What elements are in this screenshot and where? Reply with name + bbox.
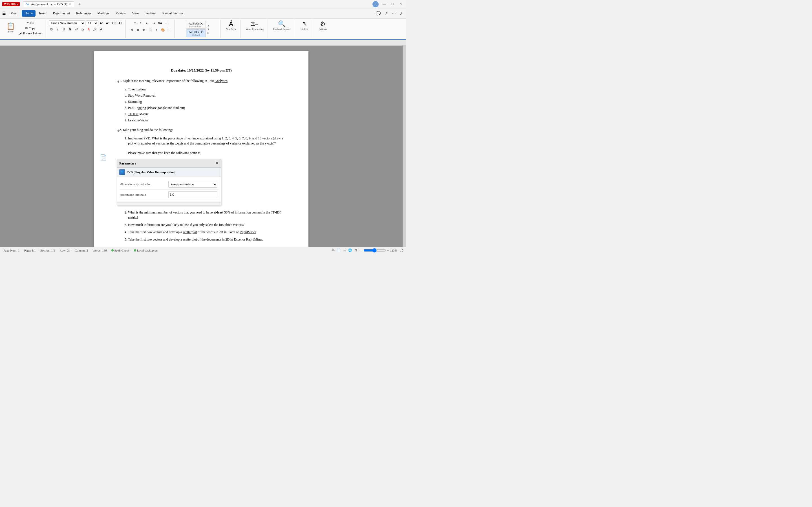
- more-icon[interactable]: ⋯: [391, 10, 397, 17]
- font-size-select[interactable]: 11 12 14: [86, 20, 98, 26]
- q2-list-continued: What is the minimum number of vectors th…: [117, 210, 286, 242]
- line-spacing-button[interactable]: ↕: [154, 27, 160, 33]
- list-item: Tokenization: [128, 87, 286, 92]
- indent-button[interactable]: ⇥: [151, 20, 156, 26]
- font-color-button[interactable]: A: [86, 26, 92, 32]
- new-tab-button[interactable]: ＋: [75, 1, 84, 8]
- bullets-button[interactable]: ≡: [132, 20, 138, 26]
- font-case-button[interactable]: Aa: [117, 20, 123, 26]
- dimensionality-reduction-select[interactable]: keep percentage fixed number none: [168, 181, 217, 187]
- active-tab[interactable]: W Assignment 4...ap + SVD (1) ✕: [23, 1, 74, 7]
- menu-specialfeatures-item[interactable]: Special features: [159, 10, 186, 17]
- styles-expand-icon[interactable]: ⊞: [207, 31, 210, 34]
- format-painter-button[interactable]: 🖌 Format Painter: [18, 31, 43, 36]
- comment-icon[interactable]: 💬: [375, 10, 382, 17]
- list-view-icon[interactable]: ☰: [343, 248, 346, 252]
- numbering-button[interactable]: 1.: [139, 20, 144, 26]
- ribbon: 📋 Paste ✂ Cut ⧉ Copy 🖌 Format Painter: [0, 18, 406, 40]
- settings-button[interactable]: ⚙ Settings: [317, 20, 329, 31]
- styles-up-icon[interactable]: ▲: [207, 24, 210, 27]
- menu-insert-item[interactable]: Insert: [36, 10, 49, 17]
- underline-button[interactable]: U: [61, 26, 67, 32]
- clear-format-button[interactable]: ⌫: [111, 20, 117, 26]
- user-avatar[interactable]: S: [372, 1, 378, 7]
- bottom-text: Please provide a screen capture of the R…: [117, 246, 286, 247]
- style2-preview: AaBbCcDd: [189, 30, 203, 34]
- font-grow-button[interactable]: A⁺: [99, 20, 105, 26]
- minimize-button[interactable]: —: [381, 1, 388, 7]
- char-border-button[interactable]: A: [98, 26, 104, 32]
- justify-button[interactable]: ☰: [148, 27, 153, 33]
- share-icon[interactable]: ↗: [384, 10, 389, 17]
- web-icon[interactable]: 🌐: [348, 248, 352, 252]
- word-typesetting-button[interactable]: Ξ≡ Word Typesetting: [244, 20, 265, 31]
- fullscreen-button[interactable]: ⛶: [400, 249, 403, 252]
- menu-review-item[interactable]: Review: [113, 10, 129, 17]
- dialog-close-button[interactable]: ✕: [215, 160, 218, 166]
- list-item: Implement SVD. What is the percentage of…: [128, 136, 286, 146]
- sort-button[interactable]: ⇅A: [157, 20, 163, 26]
- find-replace-button[interactable]: 🔍 Find and Replace: [271, 20, 292, 31]
- format-painter-icon: 🖌: [19, 32, 22, 35]
- backup-dot: [134, 249, 136, 251]
- list-item: What is the minimum number of vectors th…: [128, 210, 286, 220]
- menu-references-item[interactable]: References: [73, 10, 94, 17]
- menu-pagelayout-item[interactable]: Page Layout: [50, 10, 73, 17]
- word-typesetting-label: Word Typesetting: [246, 27, 264, 31]
- menu-view-item[interactable]: View: [130, 10, 142, 17]
- highlight-button[interactable]: 🖍: [92, 26, 98, 32]
- shading-button[interactable]: 🎨: [160, 27, 166, 33]
- strikethrough-button[interactable]: S̶: [67, 26, 73, 32]
- align-right-button[interactable]: ⫸: [142, 27, 147, 33]
- copy-label: Copy: [29, 26, 35, 30]
- zoom-out-button[interactable]: —: [359, 249, 362, 252]
- collapse-icon[interactable]: ∧: [399, 10, 404, 17]
- hamburger-icon[interactable]: ☰: [2, 11, 6, 16]
- outdent-button[interactable]: ⇤: [145, 20, 150, 26]
- select-button[interactable]: ↖ Select: [298, 20, 311, 31]
- zoom-slider[interactable]: [363, 248, 386, 252]
- param1-value: keep percentage fixed number none: [168, 181, 217, 187]
- menu-section-item[interactable]: Section: [143, 10, 158, 17]
- q1-text: Q1. Explain the meaning-relevance-import…: [117, 78, 286, 83]
- menu-menu-item[interactable]: Menu: [8, 10, 21, 17]
- zoom-control: — + 123%: [359, 248, 397, 252]
- borders-button[interactable]: ⊡: [166, 27, 172, 33]
- eye-icon[interactable]: 👁: [332, 249, 335, 252]
- italic-button[interactable]: I: [55, 26, 61, 32]
- close-button[interactable]: ✕: [398, 1, 404, 7]
- style-placeholder-button[interactable]: AaBbCcDd Placeholder...: [186, 21, 206, 29]
- bold-button[interactable]: B: [49, 26, 54, 32]
- zoom-in-button[interactable]: +: [387, 249, 389, 252]
- font-family-select[interactable]: Times New Roman Arial: [49, 20, 86, 26]
- copy-button[interactable]: ⧉ Copy: [18, 25, 43, 31]
- new-style-icon: Ả: [229, 21, 233, 27]
- menu-mailings-item[interactable]: Mailings: [94, 10, 112, 17]
- parameters-dialog: Parameters ✕ 🔷 SVD (Singular Value Decom…: [117, 159, 221, 205]
- styles-down-icon[interactable]: ▼: [207, 27, 210, 31]
- vertical-scrollbar[interactable]: [403, 46, 406, 247]
- align-left-button[interactable]: ⫷: [129, 27, 135, 33]
- font-shrink-button[interactable]: A⁻: [105, 20, 111, 26]
- titlebar-controls: S — □ ✕: [372, 1, 404, 7]
- new-style-button[interactable]: Ả New Style: [224, 20, 238, 31]
- word-typesetting-group: Ξ≡ Word Typesetting: [242, 20, 268, 38]
- svd-label: SVD (Singular Value Decomposition): [126, 170, 175, 175]
- maximize-button[interactable]: □: [390, 1, 395, 7]
- paste-button[interactable]: 📋 Paste: [4, 22, 17, 34]
- superscript-button[interactable]: x²: [73, 26, 79, 32]
- doc-view-icon[interactable]: 📄: [337, 248, 341, 252]
- focus-icon[interactable]: ⊡: [354, 248, 357, 252]
- style-default-button[interactable]: AaBbCcDd Default: [186, 29, 206, 37]
- menu-home-item[interactable]: Home: [22, 10, 36, 17]
- spell-check-status[interactable]: Spell Check: [111, 249, 130, 252]
- percentage-threshold-input[interactable]: [168, 191, 217, 198]
- multiline-button[interactable]: ☰: [163, 20, 169, 26]
- subscript-button[interactable]: x₂: [80, 26, 86, 32]
- document-area: Due date: 10/25/2022 (by 11.59 pm ET) Q1…: [0, 46, 403, 247]
- q1-list: Tokenization Stop Word Removal Stemming …: [117, 87, 286, 123]
- cut-button[interactable]: ✂ Cut: [18, 20, 43, 25]
- tab-close-icon[interactable]: ✕: [69, 3, 71, 6]
- section-status: Section: 1/1: [40, 249, 55, 252]
- align-center-button[interactable]: ≡: [135, 27, 141, 33]
